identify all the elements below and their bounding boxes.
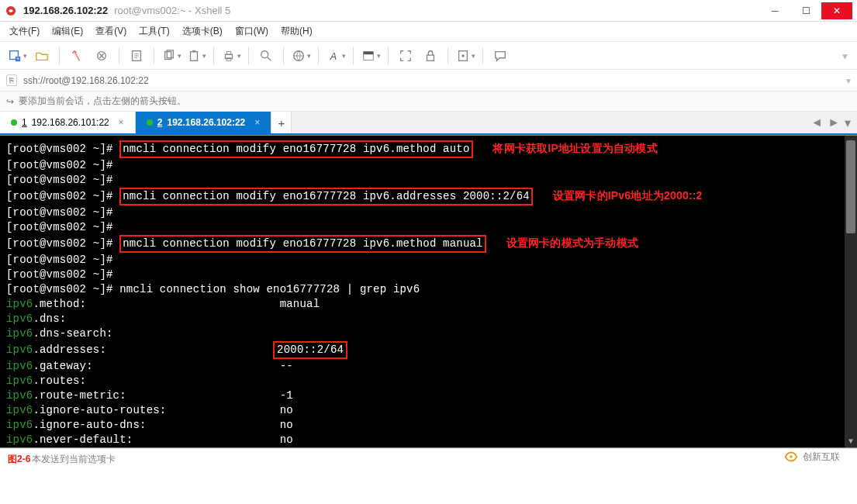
- print-button[interactable]: [220, 45, 242, 67]
- session-tabbar: 1 192.168.26.101:22 × 2 192.168.26.102:2…: [0, 112, 857, 135]
- separator: [388, 47, 389, 64]
- tab-menu-icon[interactable]: ▾: [845, 116, 851, 130]
- annotation: 设置网卡的IPv6地址为2000::2: [553, 189, 703, 202]
- menu-window[interactable]: 窗口(W): [235, 25, 268, 38]
- status-dot-icon: [147, 119, 153, 126]
- close-button[interactable]: ✕: [821, 2, 852, 19]
- menu-help[interactable]: 帮助(H): [281, 25, 313, 38]
- tab-close-icon[interactable]: ×: [119, 117, 124, 128]
- properties-button[interactable]: [126, 45, 147, 67]
- terminal-scrollbar[interactable]: ▲ ▼: [845, 136, 857, 447]
- hint-arrow-icon[interactable]: ↪: [6, 96, 14, 107]
- address-text[interactable]: ssh://root@192.168.26.102:22: [23, 75, 840, 86]
- separator: [448, 47, 448, 64]
- svg-text:+: +: [16, 55, 19, 62]
- status-dot-icon: [11, 119, 17, 126]
- separator: [318, 47, 319, 64]
- disconnect-button[interactable]: [91, 45, 112, 67]
- status-text: 本发送到当前选项卡: [32, 453, 116, 466]
- session-tab-1[interactable]: 1 192.168.26.101:22 ×: [0, 112, 136, 133]
- tab-number: 2: [157, 117, 163, 128]
- shell-prompt: [root@vms002 ~]#: [6, 143, 113, 155]
- svg-point-21: [790, 455, 793, 458]
- paste-button[interactable]: [185, 45, 207, 67]
- address-bar: ⎘ ssh://root@192.168.26.102:22 ▾: [0, 70, 857, 91]
- value-highlight: 2000::2/64: [273, 341, 347, 359]
- color-scheme-button[interactable]: [360, 45, 382, 67]
- separator: [482, 47, 483, 64]
- menu-tabs[interactable]: 选项卡(B): [182, 25, 223, 38]
- svg-rect-17: [363, 51, 373, 54]
- separator: [283, 47, 284, 64]
- tab-number: 1: [22, 117, 27, 128]
- watermark-text: 创新互联: [803, 450, 840, 464]
- svg-point-13: [261, 50, 268, 57]
- statusbar: 图2-6 本发送到当前选项卡 创新互联: [0, 448, 857, 470]
- separator: [119, 47, 119, 64]
- window-titlebar: 192.168.26.102:22 root@vms002:~ - Xshell…: [0, 0, 857, 22]
- toolbar: + A ▾: [0, 42, 857, 70]
- separator: [213, 47, 214, 64]
- separator: [59, 47, 60, 64]
- hint-text: 要添加当前会话，点击左侧的箭头按钮。: [19, 95, 186, 108]
- svg-text:A: A: [329, 50, 336, 61]
- command-highlight: nmcli connection modify eno16777728 ipv6…: [119, 188, 533, 205]
- open-button[interactable]: [31, 45, 53, 67]
- command-text: nmcli connection show eno16777728 | grep…: [119, 283, 420, 295]
- add-tab-button[interactable]: +: [271, 112, 292, 133]
- svg-rect-9: [192, 50, 195, 52]
- window-title-sub: root@vms002:~ - Xshell 5: [114, 5, 230, 16]
- svg-rect-18: [427, 55, 434, 60]
- tab-next-icon[interactable]: ►: [828, 116, 840, 129]
- svg-rect-8: [190, 51, 197, 60]
- separator: [248, 47, 249, 64]
- address-icon: ⎘: [6, 74, 17, 86]
- svg-point-20: [461, 54, 465, 57]
- annotation: 将网卡获取IP地址设置为自动模式: [492, 142, 657, 154]
- scroll-down-icon[interactable]: ▼: [845, 435, 857, 447]
- menu-view[interactable]: 查看(V): [95, 25, 126, 38]
- new-session-button[interactable]: +: [6, 45, 28, 67]
- annotation: 设置网卡的模式为手动模式: [506, 236, 638, 249]
- hint-bar: ↪ 要添加当前会话，点击左侧的箭头按钮。: [0, 91, 857, 112]
- watermark: 创新互联: [783, 448, 840, 465]
- font-button[interactable]: A: [325, 45, 347, 67]
- figure-label: 图2-6: [8, 453, 30, 466]
- tab-prev-icon[interactable]: ◄: [810, 116, 823, 129]
- find-button[interactable]: [255, 45, 277, 67]
- fullscreen-button[interactable]: [395, 45, 416, 67]
- menu-tools[interactable]: 工具(T): [139, 25, 169, 38]
- scroll-thumb[interactable]: [846, 140, 855, 233]
- watermark-icon: [783, 448, 800, 465]
- separator: [154, 47, 154, 64]
- command-highlight: nmcli connection modify eno16777728 ipv6…: [119, 140, 472, 158]
- minimize-button[interactable]: ─: [759, 2, 790, 19]
- address-overflow[interactable]: ▾: [846, 75, 851, 86]
- session-tab-2[interactable]: 2 192.168.26.102:22 ×: [136, 112, 271, 133]
- tab-close-icon[interactable]: ×: [254, 117, 260, 128]
- chat-button[interactable]: [489, 45, 511, 67]
- reconnect-button[interactable]: [66, 45, 88, 67]
- menu-edit[interactable]: 编辑(E): [52, 25, 83, 38]
- globe-button[interactable]: [290, 45, 312, 67]
- terminal-pane[interactable]: [root@vms002 ~]# nmcli connection modify…: [0, 135, 857, 448]
- window-title-main: 192.168.26.102:22: [23, 5, 108, 16]
- menu-file[interactable]: 文件(F): [9, 25, 40, 38]
- maximize-button[interactable]: ☐: [790, 2, 821, 19]
- toolbar-overflow[interactable]: ▾: [842, 50, 851, 62]
- menubar: 文件(F) 编辑(E) 查看(V) 工具(T) 选项卡(B) 窗口(W) 帮助(…: [0, 22, 857, 42]
- copy-button[interactable]: [161, 45, 182, 67]
- tab-label: 192.168.26.101:22: [32, 117, 109, 128]
- tab-label: 192.168.26.102:22: [168, 117, 246, 128]
- script-button[interactable]: [454, 45, 476, 67]
- lock-button[interactable]: [420, 45, 441, 67]
- command-highlight: nmcli connection modify eno16777728 ipv6…: [119, 235, 486, 253]
- app-icon: [5, 5, 17, 17]
- separator: [353, 47, 354, 64]
